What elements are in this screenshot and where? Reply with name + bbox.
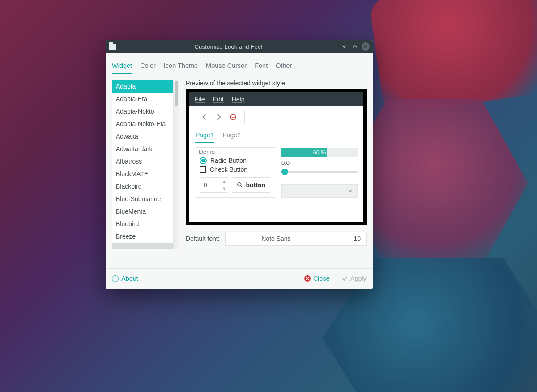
spin-button[interactable]: ▲ ▼ <box>200 177 228 193</box>
tab-font[interactable]: Font <box>255 62 268 74</box>
apply-button[interactable]: Apply <box>341 275 367 282</box>
tab-color[interactable]: Color <box>140 62 156 74</box>
combo-box[interactable] <box>281 184 358 198</box>
radio-icon <box>200 157 207 164</box>
toolbar-entry[interactable] <box>244 110 358 124</box>
check-icon <box>341 275 348 282</box>
svg-rect-1 <box>232 117 235 118</box>
slider-value-label: 0.0 <box>281 160 358 166</box>
list-item[interactable] <box>112 243 173 249</box>
dialog-footer: i About Close Apply <box>106 268 373 289</box>
svg-point-2 <box>238 183 241 186</box>
radio-button[interactable]: Radio Button <box>200 157 270 164</box>
list-item[interactable]: Adwaita-dark <box>112 143 173 155</box>
slider-thumb[interactable] <box>281 169 288 175</box>
font-size: 10 <box>354 235 366 242</box>
list-item[interactable]: Blue-Submarine <box>112 193 173 205</box>
menu-help[interactable]: Help <box>232 96 245 103</box>
spin-up-icon[interactable]: ▲ <box>220 178 228 185</box>
preview-inner-tabs: Page1 Page2 <box>189 130 363 143</box>
tab-icon-theme[interactable]: Icon Theme <box>164 62 198 74</box>
svg-line-3 <box>241 186 243 188</box>
tab-widget[interactable]: Widget <box>112 62 132 74</box>
category-tabs: Widget Color Icon Theme Mouse Cursor Fon… <box>112 59 367 74</box>
check-button[interactable]: Check Button <box>200 166 270 173</box>
toolbar-handle[interactable] <box>194 112 194 122</box>
default-font-button[interactable]: Noto Sans 10 <box>225 232 367 246</box>
tab-page1[interactable]: Page1 <box>195 130 214 143</box>
about-label: About <box>121 275 138 282</box>
demo-legend: Demo <box>199 148 270 155</box>
list-item[interactable]: Albatross <box>112 155 173 168</box>
search-icon <box>237 182 243 188</box>
menu-file[interactable]: File <box>195 96 205 103</box>
list-item[interactable]: Adapta-Eta <box>112 93 173 105</box>
close-window-button[interactable] <box>362 42 370 51</box>
demo-button[interactable]: button <box>232 177 270 193</box>
list-item[interactable]: Adapta <box>112 80 173 93</box>
close-button[interactable]: Close <box>304 275 330 282</box>
minimize-button[interactable] <box>340 42 348 51</box>
list-item[interactable]: Adapta-Nokto-Eta <box>112 118 173 130</box>
list-item[interactable]: Bluebird <box>112 218 173 230</box>
list-item[interactable]: Adwaita <box>112 130 173 143</box>
theme-list-scrollbar[interactable] <box>174 80 179 249</box>
spin-value[interactable] <box>200 178 220 192</box>
back-button[interactable] <box>199 111 210 123</box>
tab-page2[interactable]: Page2 <box>222 130 241 143</box>
default-font-label: Default font: <box>186 235 220 242</box>
preview-toolbar <box>189 106 363 130</box>
list-item[interactable]: Adapta-Nokto <box>112 105 173 118</box>
window-title: Customize Look and Feel <box>119 43 337 50</box>
preview-label: Preview of the selected widget style <box>186 80 367 87</box>
menu-edit[interactable]: Edit <box>213 96 224 103</box>
progress-label: 60 % <box>313 149 326 156</box>
close-label: Close <box>313 275 330 282</box>
stop-button[interactable] <box>227 111 239 123</box>
forward-button[interactable] <box>213 111 225 123</box>
radio-label: Radio Button <box>210 157 247 164</box>
tab-other[interactable]: Other <box>276 62 292 74</box>
preview-frame: File Edit Help <box>186 89 367 225</box>
demo-button-label: button <box>246 181 265 189</box>
list-item[interactable]: BlueMenta <box>112 205 173 218</box>
folder-icon <box>109 44 116 50</box>
theme-list[interactable]: Adapta Adapta-Eta Adapta-Nokto Adapta-No… <box>112 80 174 249</box>
about-button[interactable]: i About <box>112 275 138 282</box>
close-icon <box>304 275 311 282</box>
check-label: Check Button <box>210 166 247 173</box>
preview-menubar: File Edit Help <box>189 92 363 106</box>
slider[interactable] <box>281 167 358 176</box>
font-family: Noto Sans <box>226 235 327 242</box>
list-item[interactable]: BlackMATE <box>112 168 173 180</box>
demo-frame: Demo Radio Button Check Button <box>195 147 275 198</box>
titlebar[interactable]: Customize Look and Feel <box>106 40 373 53</box>
progress-bar: 60 % <box>281 148 358 157</box>
list-item[interactable]: Blackbird <box>112 180 173 193</box>
tab-mouse-cursor[interactable]: Mouse Cursor <box>206 62 247 74</box>
spin-down-icon[interactable]: ▼ <box>220 185 228 193</box>
info-icon: i <box>112 275 119 282</box>
checkbox-icon <box>200 166 206 173</box>
list-item[interactable]: Breeze <box>112 230 173 243</box>
chevron-down-icon <box>348 189 353 193</box>
settings-window: Customize Look and Feel Widget Color Ico… <box>106 40 373 289</box>
apply-label: Apply <box>350 275 367 282</box>
maximize-button[interactable] <box>351 42 359 51</box>
